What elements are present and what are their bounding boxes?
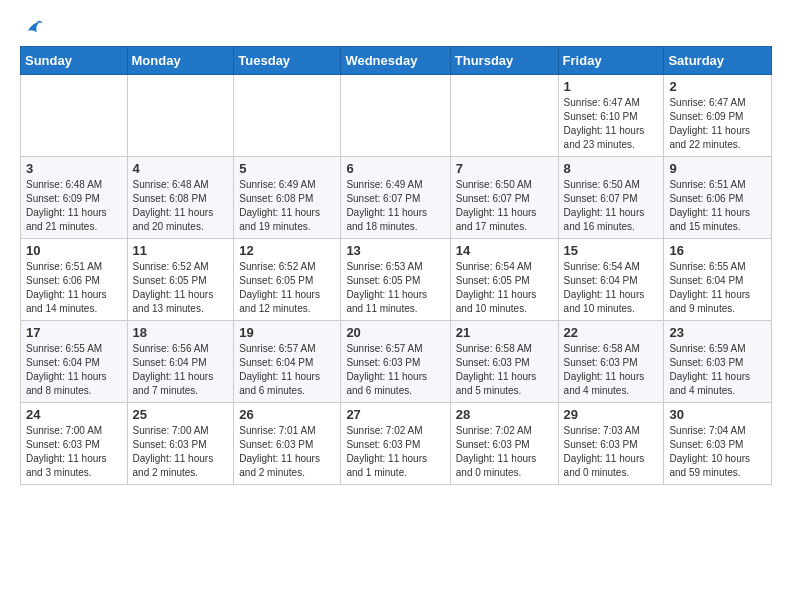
calendar-cell: 29Sunrise: 7:03 AM Sunset: 6:03 PM Dayli… [558, 403, 664, 485]
day-info: Sunrise: 6:59 AM Sunset: 6:03 PM Dayligh… [669, 342, 766, 398]
day-number: 11 [133, 243, 229, 258]
day-info: Sunrise: 6:48 AM Sunset: 6:09 PM Dayligh… [26, 178, 122, 234]
weekday-header-monday: Monday [127, 47, 234, 75]
weekday-header-saturday: Saturday [664, 47, 772, 75]
day-info: Sunrise: 6:54 AM Sunset: 6:05 PM Dayligh… [456, 260, 553, 316]
calendar-cell: 4Sunrise: 6:48 AM Sunset: 6:08 PM Daylig… [127, 157, 234, 239]
day-number: 17 [26, 325, 122, 340]
header [20, 16, 772, 38]
weekday-header-thursday: Thursday [450, 47, 558, 75]
day-number: 3 [26, 161, 122, 176]
day-number: 25 [133, 407, 229, 422]
day-info: Sunrise: 6:52 AM Sunset: 6:05 PM Dayligh… [133, 260, 229, 316]
weekday-header-sunday: Sunday [21, 47, 128, 75]
day-info: Sunrise: 6:51 AM Sunset: 6:06 PM Dayligh… [26, 260, 122, 316]
day-info: Sunrise: 7:00 AM Sunset: 6:03 PM Dayligh… [26, 424, 122, 480]
day-number: 24 [26, 407, 122, 422]
calendar-cell: 15Sunrise: 6:54 AM Sunset: 6:04 PM Dayli… [558, 239, 664, 321]
day-info: Sunrise: 6:58 AM Sunset: 6:03 PM Dayligh… [456, 342, 553, 398]
calendar-cell: 18Sunrise: 6:56 AM Sunset: 6:04 PM Dayli… [127, 321, 234, 403]
day-info: Sunrise: 7:02 AM Sunset: 6:03 PM Dayligh… [346, 424, 444, 480]
calendar-cell: 7Sunrise: 6:50 AM Sunset: 6:07 PM Daylig… [450, 157, 558, 239]
day-info: Sunrise: 6:50 AM Sunset: 6:07 PM Dayligh… [564, 178, 659, 234]
day-number: 8 [564, 161, 659, 176]
day-number: 27 [346, 407, 444, 422]
day-number: 12 [239, 243, 335, 258]
day-number: 14 [456, 243, 553, 258]
calendar-cell: 21Sunrise: 6:58 AM Sunset: 6:03 PM Dayli… [450, 321, 558, 403]
weekday-header-friday: Friday [558, 47, 664, 75]
day-number: 4 [133, 161, 229, 176]
day-number: 1 [564, 79, 659, 94]
day-number: 7 [456, 161, 553, 176]
day-number: 22 [564, 325, 659, 340]
calendar-cell: 14Sunrise: 6:54 AM Sunset: 6:05 PM Dayli… [450, 239, 558, 321]
calendar-cell [450, 75, 558, 157]
calendar-cell: 9Sunrise: 6:51 AM Sunset: 6:06 PM Daylig… [664, 157, 772, 239]
day-info: Sunrise: 6:49 AM Sunset: 6:08 PM Dayligh… [239, 178, 335, 234]
week-row-4: 24Sunrise: 7:00 AM Sunset: 6:03 PM Dayli… [21, 403, 772, 485]
calendar-cell: 24Sunrise: 7:00 AM Sunset: 6:03 PM Dayli… [21, 403, 128, 485]
weekday-header-wednesday: Wednesday [341, 47, 450, 75]
day-number: 20 [346, 325, 444, 340]
day-info: Sunrise: 6:47 AM Sunset: 6:09 PM Dayligh… [669, 96, 766, 152]
day-info: Sunrise: 6:55 AM Sunset: 6:04 PM Dayligh… [669, 260, 766, 316]
day-info: Sunrise: 6:51 AM Sunset: 6:06 PM Dayligh… [669, 178, 766, 234]
calendar-cell: 17Sunrise: 6:55 AM Sunset: 6:04 PM Dayli… [21, 321, 128, 403]
calendar-cell [341, 75, 450, 157]
day-info: Sunrise: 6:53 AM Sunset: 6:05 PM Dayligh… [346, 260, 444, 316]
day-number: 15 [564, 243, 659, 258]
calendar-table: SundayMondayTuesdayWednesdayThursdayFrid… [20, 46, 772, 485]
calendar-cell [234, 75, 341, 157]
day-info: Sunrise: 6:50 AM Sunset: 6:07 PM Dayligh… [456, 178, 553, 234]
day-number: 10 [26, 243, 122, 258]
day-info: Sunrise: 7:00 AM Sunset: 6:03 PM Dayligh… [133, 424, 229, 480]
calendar-cell: 19Sunrise: 6:57 AM Sunset: 6:04 PM Dayli… [234, 321, 341, 403]
day-info: Sunrise: 6:57 AM Sunset: 6:03 PM Dayligh… [346, 342, 444, 398]
day-number: 9 [669, 161, 766, 176]
calendar-cell: 12Sunrise: 6:52 AM Sunset: 6:05 PM Dayli… [234, 239, 341, 321]
weekday-header-tuesday: Tuesday [234, 47, 341, 75]
day-info: Sunrise: 6:54 AM Sunset: 6:04 PM Dayligh… [564, 260, 659, 316]
calendar-cell [127, 75, 234, 157]
day-info: Sunrise: 6:58 AM Sunset: 6:03 PM Dayligh… [564, 342, 659, 398]
week-row-1: 3Sunrise: 6:48 AM Sunset: 6:09 PM Daylig… [21, 157, 772, 239]
day-info: Sunrise: 6:57 AM Sunset: 6:04 PM Dayligh… [239, 342, 335, 398]
calendar-cell: 16Sunrise: 6:55 AM Sunset: 6:04 PM Dayli… [664, 239, 772, 321]
calendar-cell: 11Sunrise: 6:52 AM Sunset: 6:05 PM Dayli… [127, 239, 234, 321]
day-number: 29 [564, 407, 659, 422]
calendar-cell: 1Sunrise: 6:47 AM Sunset: 6:10 PM Daylig… [558, 75, 664, 157]
calendar-cell: 3Sunrise: 6:48 AM Sunset: 6:09 PM Daylig… [21, 157, 128, 239]
calendar-cell: 6Sunrise: 6:49 AM Sunset: 6:07 PM Daylig… [341, 157, 450, 239]
calendar-cell: 26Sunrise: 7:01 AM Sunset: 6:03 PM Dayli… [234, 403, 341, 485]
week-row-3: 17Sunrise: 6:55 AM Sunset: 6:04 PM Dayli… [21, 321, 772, 403]
week-row-2: 10Sunrise: 6:51 AM Sunset: 6:06 PM Dayli… [21, 239, 772, 321]
logo [20, 16, 44, 38]
day-info: Sunrise: 6:56 AM Sunset: 6:04 PM Dayligh… [133, 342, 229, 398]
calendar-cell: 2Sunrise: 6:47 AM Sunset: 6:09 PM Daylig… [664, 75, 772, 157]
day-info: Sunrise: 7:03 AM Sunset: 6:03 PM Dayligh… [564, 424, 659, 480]
day-number: 2 [669, 79, 766, 94]
day-number: 18 [133, 325, 229, 340]
calendar-cell: 5Sunrise: 6:49 AM Sunset: 6:08 PM Daylig… [234, 157, 341, 239]
day-number: 19 [239, 325, 335, 340]
calendar-cell: 23Sunrise: 6:59 AM Sunset: 6:03 PM Dayli… [664, 321, 772, 403]
day-number: 21 [456, 325, 553, 340]
day-info: Sunrise: 6:48 AM Sunset: 6:08 PM Dayligh… [133, 178, 229, 234]
logo-bird-icon [22, 16, 44, 38]
day-number: 13 [346, 243, 444, 258]
day-number: 16 [669, 243, 766, 258]
day-info: Sunrise: 7:02 AM Sunset: 6:03 PM Dayligh… [456, 424, 553, 480]
day-info: Sunrise: 7:04 AM Sunset: 6:03 PM Dayligh… [669, 424, 766, 480]
week-row-0: 1Sunrise: 6:47 AM Sunset: 6:10 PM Daylig… [21, 75, 772, 157]
day-number: 28 [456, 407, 553, 422]
day-info: Sunrise: 6:55 AM Sunset: 6:04 PM Dayligh… [26, 342, 122, 398]
day-number: 30 [669, 407, 766, 422]
calendar-cell: 13Sunrise: 6:53 AM Sunset: 6:05 PM Dayli… [341, 239, 450, 321]
day-number: 26 [239, 407, 335, 422]
calendar-cell: 30Sunrise: 7:04 AM Sunset: 6:03 PM Dayli… [664, 403, 772, 485]
day-info: Sunrise: 6:47 AM Sunset: 6:10 PM Dayligh… [564, 96, 659, 152]
day-number: 5 [239, 161, 335, 176]
calendar-cell [21, 75, 128, 157]
calendar-cell: 20Sunrise: 6:57 AM Sunset: 6:03 PM Dayli… [341, 321, 450, 403]
